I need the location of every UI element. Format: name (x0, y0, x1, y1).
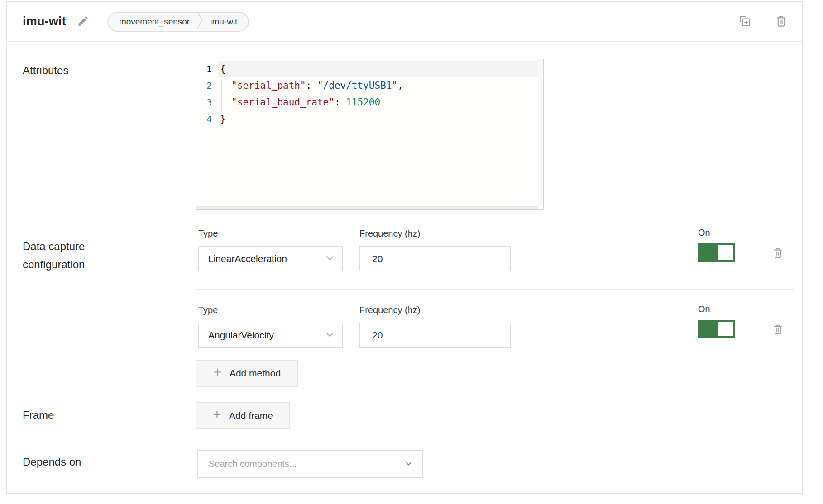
line-number: 2 (196, 77, 218, 94)
breadcrumb: movement_sensor imu-wit (107, 12, 249, 32)
duplicate-button[interactable] (737, 14, 752, 30)
frequency-input[interactable]: 20 (359, 246, 511, 271)
trash-icon (771, 323, 784, 337)
edit-name-button[interactable] (77, 15, 89, 29)
code-line-text: } (218, 111, 538, 128)
frequency-label: Frequency (hz) (359, 305, 421, 315)
editor-horizontal-scrollbar[interactable] (196, 206, 538, 209)
plus-icon (212, 410, 222, 422)
line-number: 3 (196, 94, 218, 111)
code-line-text: "serial_path": "/dev/ttyUSB1", (218, 77, 538, 94)
type-label: Type (198, 228, 218, 239)
breadcrumb-type: movement_sensor (119, 17, 190, 27)
plus-icon (213, 367, 222, 379)
depends-on-placeholder: Search components... (209, 459, 297, 469)
capture-type-select[interactable]: AngularVelocity (198, 323, 343, 348)
code-line[interactable]: 3 "serial_baud_rate": 115200 (196, 94, 538, 111)
capture-toggle[interactable] (698, 243, 735, 262)
type-label: Type (198, 305, 218, 315)
header-actions (737, 2, 788, 41)
toggle-knob (718, 322, 733, 336)
chevron-down-icon (325, 331, 334, 339)
chevron-down-icon (405, 460, 412, 468)
toggle-label: On (698, 228, 710, 238)
code-line[interactable]: 1{ (196, 61, 538, 77)
delete-component-button[interactable] (774, 14, 788, 29)
code-line-text: { (218, 61, 543, 77)
frame-label: Frame (23, 406, 54, 424)
toggle-label: On (698, 304, 710, 314)
line-number: 4 (196, 111, 218, 128)
pencil-icon (77, 15, 89, 29)
code-line-text: "serial_baud_rate": 115200 (218, 94, 538, 111)
duplicate-icon (737, 14, 752, 30)
row-divider (197, 289, 794, 290)
frequency-label: Frequency (hz) (359, 228, 421, 239)
code-lines: 1{2 "serial_path": "/dev/ttyUSB1",3 "ser… (196, 59, 538, 128)
page: imu-wit movement_sensor imu-wit (0, 0, 823, 504)
toggle-knob (718, 245, 733, 260)
capture-type-select[interactable]: LinearAcceleration (198, 246, 343, 271)
frequency-input[interactable]: 20 (359, 323, 511, 348)
attributes-label: Attributes (23, 62, 68, 80)
add-frame-label: Add frame (229, 410, 273, 421)
breadcrumb-name: imu-wit (210, 17, 237, 27)
code-line[interactable]: 4} (196, 111, 538, 128)
trash-icon (774, 14, 788, 29)
depends-on-label: Depends on (23, 453, 81, 471)
depends-on-select[interactable]: Search components... (197, 450, 423, 478)
add-method-button[interactable]: Add method (196, 360, 298, 387)
component-header: imu-wit movement_sensor imu-wit (7, 2, 802, 42)
delete-method-button[interactable] (771, 247, 784, 261)
chevron-right-icon (197, 11, 203, 32)
capture-type-value: LinearAcceleration (208, 253, 287, 264)
capture-type-value: AngularVelocity (208, 330, 274, 341)
trash-icon (771, 247, 784, 261)
component-card: imu-wit movement_sensor imu-wit (6, 1, 803, 494)
data-capture-label: Data capture configuration (23, 238, 127, 274)
editor-vertical-scrollbar[interactable] (538, 59, 543, 206)
add-method-label: Add method (230, 368, 281, 379)
data-capture-row: Type LinearAcceleration Frequency (hz) 2… (196, 228, 800, 301)
line-number: 1 (196, 61, 218, 77)
chevron-down-icon (325, 255, 334, 263)
attributes-code-editor[interactable]: 1{2 "serial_path": "/dev/ttyUSB1",3 "ser… (196, 59, 544, 210)
indent-guide (221, 79, 222, 112)
delete-method-button[interactable] (771, 323, 784, 337)
code-line[interactable]: 2 "serial_path": "/dev/ttyUSB1", (196, 77, 538, 94)
capture-toggle[interactable] (698, 320, 735, 338)
add-frame-button[interactable]: Add frame (196, 402, 290, 429)
component-name: imu-wit (23, 14, 66, 29)
